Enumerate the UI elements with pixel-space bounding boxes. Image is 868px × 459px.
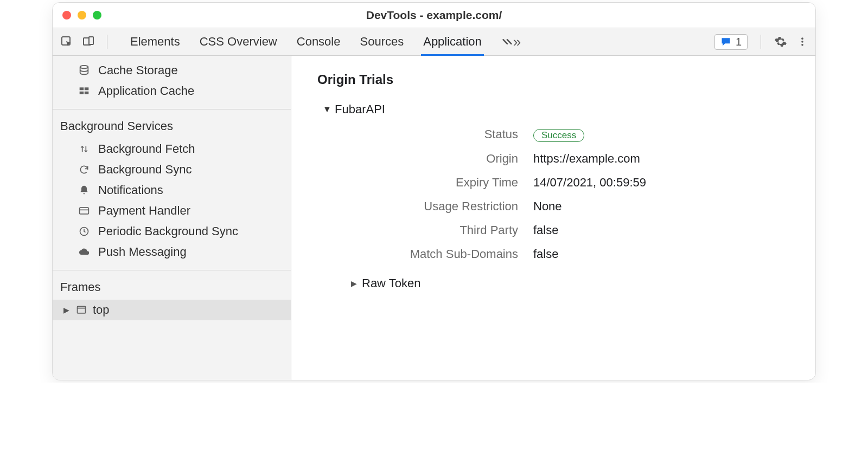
close-window-button[interactable] — [62, 11, 71, 20]
database-icon — [78, 64, 91, 76]
sidebar-item-label: Cache Storage — [98, 63, 178, 77]
zoom-window-button[interactable] — [93, 11, 101, 20]
label-origin: Origin — [355, 152, 518, 166]
value-origin: https://example.com — [533, 152, 789, 166]
application-sidebar: Cache Storage Application Cache Backgrou… — [53, 56, 291, 380]
window-title: DevTools - example.com/ — [53, 9, 815, 22]
device-toggle-icon[interactable] — [82, 35, 95, 48]
clock-icon — [78, 226, 91, 237]
grid-icon — [78, 86, 91, 96]
tab-console[interactable]: Console — [297, 28, 341, 55]
gear-icon — [774, 35, 787, 48]
sidebar-item-label: Payment Handler — [98, 204, 190, 218]
value-status: Success — [533, 127, 789, 142]
settings-button[interactable] — [774, 35, 787, 48]
toolbar-right: 1 — [714, 34, 808, 50]
sidebar-divider — [53, 270, 291, 270]
minimize-window-button[interactable] — [78, 11, 86, 20]
sidebar-item-push-messaging[interactable]: Push Messaging — [53, 242, 291, 262]
origin-trial-node[interactable]: ▼ FubarAPI — [323, 102, 789, 117]
issues-count: 1 — [736, 36, 742, 48]
label-match-subdomains: Match Sub-Domains — [355, 247, 518, 261]
frame-label: top — [93, 303, 110, 317]
cloud-icon — [78, 247, 91, 257]
expand-triangle-icon: ▶ — [350, 279, 358, 288]
bell-icon — [78, 185, 91, 196]
sidebar-item-periodic-background-sync[interactable]: Periodic Background Sync — [53, 221, 291, 242]
value-expiry: 14/07/2021, 00:59:59 — [533, 176, 789, 190]
sidebar-item-label: Background Fetch — [98, 142, 195, 156]
window-controls — [62, 11, 101, 20]
message-icon — [720, 36, 731, 47]
panel-tabs: Elements CSS Overview Console Sources Ap… — [130, 28, 706, 55]
toolbar-divider — [761, 35, 761, 49]
label-third-party: Third Party — [355, 223, 518, 237]
origin-trial-name: FubarAPI — [335, 102, 385, 117]
tab-elements[interactable]: Elements — [130, 28, 180, 55]
frame-top[interactable]: ▶ top — [53, 300, 291, 320]
sidebar-section-background-services: Background Services — [53, 117, 291, 139]
card-icon — [78, 205, 91, 216]
origin-trials-heading: Origin Trials — [317, 72, 789, 87]
sidebar-item-notifications[interactable]: Notifications — [53, 180, 291, 201]
origin-trial-details: Status Success Origin https://example.co… — [355, 127, 789, 261]
updown-icon — [78, 144, 91, 154]
raw-token-label: Raw Token — [362, 276, 420, 290]
sidebar-item-background-sync[interactable]: Background Sync — [53, 159, 291, 180]
svg-rect-7 — [80, 87, 84, 90]
inspect-element-icon[interactable] — [60, 35, 73, 48]
collapse-triangle-icon: ▼ — [323, 105, 330, 114]
value-third-party: false — [533, 223, 789, 237]
devtools-toolbar: Elements CSS Overview Console Sources Ap… — [53, 28, 815, 56]
sidebar-divider — [53, 109, 291, 109]
label-expiry: Expiry Time — [355, 176, 518, 190]
sidebar-item-cache-storage[interactable]: Cache Storage — [53, 60, 291, 81]
svg-rect-11 — [80, 208, 89, 214]
sidebar-item-label: Notifications — [98, 183, 163, 197]
titlebar: DevTools - example.com/ — [53, 3, 815, 28]
tab-application[interactable]: Application — [423, 28, 482, 55]
sidebar-item-label: Application Cache — [98, 84, 194, 98]
sidebar-item-label: Periodic Background Sync — [98, 224, 238, 238]
sidebar-item-background-fetch[interactable]: Background Fetch — [53, 139, 291, 159]
more-options-button[interactable] — [797, 35, 808, 48]
more-tabs-button[interactable]: » — [501, 28, 521, 55]
svg-point-4 — [801, 41, 803, 43]
devtools-window: DevTools - example.com/ Elements CSS Ove… — [52, 2, 816, 380]
svg-point-3 — [801, 37, 803, 40]
tab-css-overview[interactable]: CSS Overview — [200, 28, 277, 55]
frame-details-pane: Origin Trials ▼ FubarAPI Status Success … — [291, 56, 815, 380]
svg-rect-9 — [80, 92, 84, 94]
sidebar-item-application-cache[interactable]: Application Cache — [53, 81, 291, 101]
svg-rect-10 — [85, 92, 89, 94]
toolbar-divider — [107, 35, 107, 49]
kebab-icon — [797, 35, 808, 48]
expand-triangle-icon: ▶ — [62, 306, 70, 314]
main-area: Cache Storage Application Cache Backgrou… — [53, 56, 815, 380]
label-status: Status — [355, 127, 518, 142]
sidebar-item-label: Push Messaging — [98, 245, 187, 259]
status-badge: Success — [533, 129, 584, 142]
window-icon — [75, 305, 87, 315]
sidebar-item-payment-handler[interactable]: Payment Handler — [53, 201, 291, 221]
value-match-subdomains: false — [533, 247, 789, 261]
sidebar-section-frames: Frames — [53, 278, 291, 300]
svg-point-5 — [801, 44, 803, 46]
tab-sources[interactable]: Sources — [360, 28, 404, 55]
sync-icon — [78, 164, 91, 175]
svg-rect-2 — [89, 37, 93, 44]
svg-rect-13 — [78, 306, 86, 313]
svg-rect-8 — [85, 87, 89, 90]
issues-button[interactable]: 1 — [714, 34, 748, 50]
sidebar-item-label: Background Sync — [98, 163, 192, 177]
svg-point-6 — [80, 66, 88, 69]
raw-token-node[interactable]: ▶ Raw Token — [350, 276, 789, 290]
value-usage-restriction: None — [533, 199, 789, 214]
label-usage-restriction: Usage Restriction — [355, 199, 518, 214]
